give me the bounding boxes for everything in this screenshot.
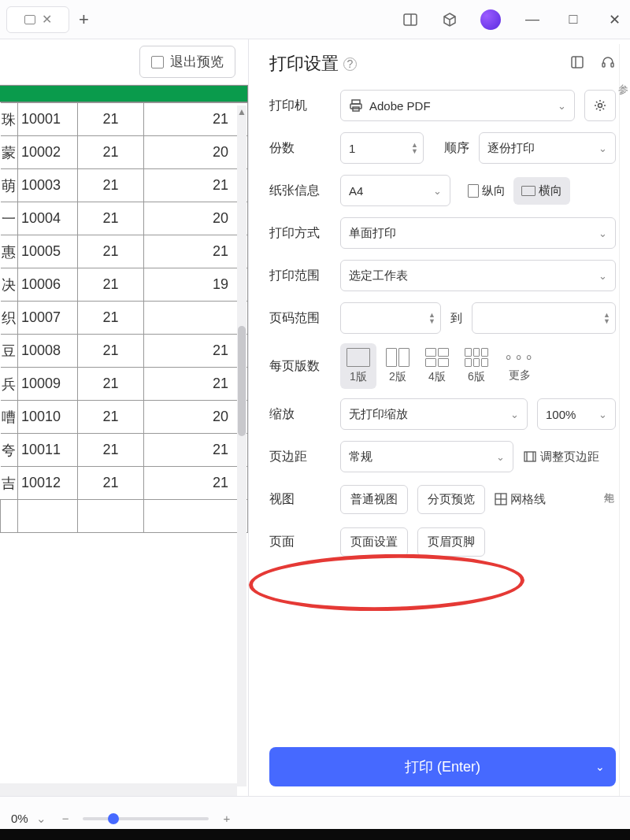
slider-knob[interactable] bbox=[108, 813, 119, 824]
table-row: 夸100112121 bbox=[1, 434, 248, 467]
range-label: 打印范围 bbox=[269, 268, 331, 284]
print-button[interactable]: 打印 (Enter) ⌄ bbox=[269, 747, 616, 786]
avatar[interactable] bbox=[480, 9, 501, 30]
table-row: 豆100082121 bbox=[1, 335, 248, 368]
order-select[interactable]: 逐份打印⌄ bbox=[479, 132, 616, 164]
close-button[interactable]: ✕ bbox=[605, 11, 624, 28]
layout-4[interactable]: 4版 bbox=[419, 343, 455, 389]
svg-rect-0 bbox=[404, 14, 417, 25]
adjust-margins-button[interactable]: 调整页边距 bbox=[523, 450, 599, 464]
print-settings-panel: 打印设置 ? 打印机 Adobe PDF ⌄ 份数 1 ▲▼ 顺序 逐份打印⌄ bbox=[248, 39, 630, 796]
zoom-value: 0% bbox=[11, 812, 28, 825]
layout-icon[interactable] bbox=[570, 55, 584, 73]
page-setup-button[interactable]: 页面设置 bbox=[340, 527, 408, 557]
margin-select[interactable]: 常规⌄ bbox=[340, 441, 513, 472]
exit-icon bbox=[151, 56, 164, 68]
mode-label: 打印方式 bbox=[269, 225, 331, 242]
chevron-down-icon: ⌄ bbox=[598, 409, 607, 420]
page-from-input[interactable]: ▲▼ bbox=[340, 302, 441, 334]
view-label: 视图 bbox=[269, 491, 331, 508]
orientation-landscape[interactable]: 横向 bbox=[513, 177, 570, 205]
chevron-down-icon: ⌄ bbox=[598, 142, 607, 154]
pages-label: 页码范围 bbox=[269, 310, 331, 327]
printer-label: 打印机 bbox=[269, 98, 331, 114]
orientation-portrait[interactable]: 纵向 bbox=[460, 177, 513, 205]
gridlines-button[interactable]: 网格线 bbox=[495, 492, 546, 507]
pages-to-label: 到 bbox=[450, 311, 462, 326]
table-row: 蒙100022120 bbox=[1, 136, 248, 169]
view-normal-button[interactable]: 普通视图 bbox=[340, 485, 408, 514]
exit-preview-button[interactable]: 退出预览 bbox=[139, 46, 235, 78]
zoom-label: 缩放 bbox=[269, 406, 331, 423]
table-row: 一100042120 bbox=[1, 202, 248, 235]
tab[interactable]: ✕ bbox=[6, 6, 69, 33]
zoom-in-button[interactable]: + bbox=[223, 812, 230, 825]
table-row: 吉100122121 bbox=[1, 467, 248, 500]
order-label: 顺序 bbox=[444, 140, 469, 157]
chevron-down-icon: ⌄ bbox=[510, 409, 519, 420]
monitor-icon bbox=[24, 15, 35, 24]
svg-rect-10 bbox=[524, 452, 536, 461]
maximize-button[interactable]: □ bbox=[564, 11, 583, 28]
taskbar bbox=[0, 829, 630, 840]
chevron-down-icon[interactable]: ⌄ bbox=[36, 812, 46, 826]
table-header-bar bbox=[0, 85, 248, 102]
panel-title: 打印设置 bbox=[269, 52, 339, 76]
preview-table: 珠100012121蒙100022120萌100032121一100042120… bbox=[0, 102, 248, 533]
layout-1[interactable]: 1版 bbox=[340, 343, 376, 389]
mode-select[interactable]: 单面打印⌄ bbox=[340, 217, 616, 249]
table-row: 织1000721 bbox=[1, 302, 248, 335]
table-row: 嘈100102120 bbox=[1, 401, 248, 434]
page-label: 页面 bbox=[269, 534, 331, 550]
zoom-out-button[interactable]: − bbox=[62, 812, 69, 825]
header-footer-button[interactable]: 页眉页脚 bbox=[417, 527, 485, 557]
table-row: 珠100012121 bbox=[1, 103, 248, 136]
printer-select[interactable]: Adobe PDF ⌄ bbox=[340, 90, 575, 121]
panel-icon[interactable] bbox=[402, 11, 419, 28]
copies-input[interactable]: 1 ▲▼ bbox=[340, 132, 424, 164]
table-row: 惠100052121 bbox=[1, 235, 248, 268]
chevron-down-icon: ⌄ bbox=[496, 451, 505, 463]
range-select[interactable]: 选定工作表⌄ bbox=[340, 260, 616, 291]
gear-icon bbox=[593, 98, 607, 113]
spinner-icon[interactable]: ▲▼ bbox=[411, 142, 418, 154]
portrait-icon bbox=[468, 184, 479, 198]
printer-icon bbox=[349, 98, 363, 113]
minimize-button[interactable]: — bbox=[523, 11, 542, 28]
scrollbar-thumb[interactable] bbox=[238, 326, 246, 436]
spinner-icon[interactable]: ▲▼ bbox=[428, 312, 435, 324]
svg-rect-5 bbox=[611, 63, 613, 67]
tab-close-icon[interactable]: ✕ bbox=[42, 12, 52, 27]
layout-more[interactable]: ∘∘∘更多 bbox=[498, 343, 541, 389]
copies-label: 份数 bbox=[269, 140, 331, 157]
table-row: 兵100092121 bbox=[1, 368, 248, 401]
chevron-down-icon: ⌄ bbox=[598, 228, 607, 239]
layout-label: 每页版数 bbox=[269, 358, 331, 375]
spinner-icon[interactable]: ▲▼ bbox=[603, 312, 610, 324]
zoom-slider[interactable] bbox=[83, 817, 209, 820]
printer-settings-button[interactable] bbox=[584, 90, 616, 121]
layout-2[interactable]: 2版 bbox=[380, 343, 416, 389]
zoom-pct-select[interactable]: 100%⌄ bbox=[537, 398, 616, 430]
layout-6[interactable]: 6版 bbox=[458, 343, 495, 389]
view-page-button[interactable]: 分页预览 bbox=[417, 485, 485, 514]
vertical-scrollbar[interactable]: ▲ bbox=[237, 105, 246, 786]
chevron-down-icon: ⌄ bbox=[558, 100, 566, 112]
page-to-input[interactable]: ▲▼ bbox=[472, 302, 616, 334]
svg-rect-7 bbox=[350, 104, 361, 109]
paper-select[interactable]: A4⌄ bbox=[340, 175, 450, 206]
zoom-select[interactable]: 无打印缩放⌄ bbox=[340, 398, 528, 430]
cube-icon[interactable] bbox=[441, 11, 458, 28]
paper-label: 纸张信息 bbox=[269, 183, 331, 199]
more-icon: ∘∘∘ bbox=[504, 348, 535, 365]
headset-icon[interactable] bbox=[600, 54, 616, 74]
chevron-down-icon: ⌄ bbox=[433, 185, 442, 197]
svg-point-9 bbox=[598, 104, 602, 108]
new-tab-button[interactable]: + bbox=[79, 9, 89, 30]
margins-icon bbox=[523, 450, 537, 464]
svg-rect-4 bbox=[602, 63, 605, 67]
horizontal-scrollbar[interactable] bbox=[0, 783, 237, 796]
help-icon[interactable]: ? bbox=[343, 57, 357, 71]
preview-pane: 退出预览 珠100012121蒙100022120萌100032121一1000… bbox=[0, 39, 248, 796]
side-tabs[interactable]: 参 年炮 bbox=[619, 44, 630, 796]
